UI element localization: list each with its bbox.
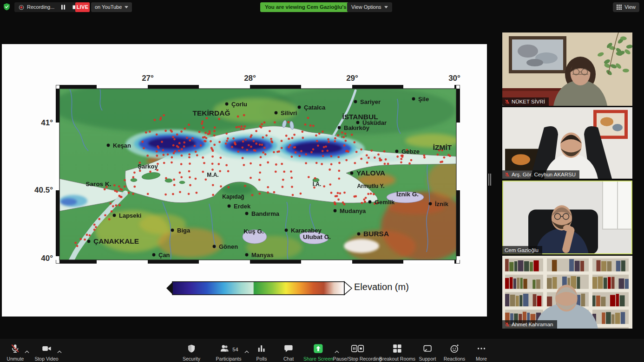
toolbar-button-reactions[interactable]: Reactions xyxy=(444,344,466,362)
map-label-water: Ulubat G. xyxy=(303,233,331,240)
participant-nametag: Ahmet Kahraman xyxy=(502,320,557,329)
map-label-city: Çan xyxy=(158,252,170,259)
map-label-city: Sariyer xyxy=(360,98,381,105)
toolbar-button-more[interactable]: More xyxy=(476,344,487,362)
shield-icon xyxy=(187,343,196,356)
lat-tick-2: 40° xyxy=(23,254,53,263)
map-label-city: Gebze xyxy=(401,148,420,155)
toolbar-button-stop-video[interactable]: Stop Video xyxy=(34,344,58,362)
toolbar-label: Pause/Stop Recording xyxy=(333,356,381,362)
grid-view-icon xyxy=(617,5,622,10)
toolbar-label: Breakout Rooms xyxy=(379,356,415,362)
pause-recording-button[interactable] xyxy=(61,5,66,10)
toolbar-button-share-screen[interactable]: Share Screen xyxy=(303,344,333,362)
caret-down-icon xyxy=(125,6,128,8)
map-label-city: Silivri xyxy=(281,110,297,116)
live-badge: LIVE xyxy=(75,2,90,12)
reactions-icon xyxy=(449,343,460,356)
lat-tick-1: 40.5° xyxy=(23,186,53,195)
participant-tile-1[interactable]: NÜKET SİVRİ xyxy=(502,32,632,106)
map-label-city: Gemlik xyxy=(375,199,395,206)
map-label-city: Şile xyxy=(418,96,429,103)
map-label-region: İ.A. xyxy=(313,181,322,187)
recording-controls-icon xyxy=(350,343,364,356)
map-label-city: Manyas xyxy=(251,252,274,259)
support-icon xyxy=(422,343,433,356)
participant-video xyxy=(502,256,632,329)
toolbar-label: Reactions xyxy=(444,356,466,362)
chevron-up-icon-stop-video[interactable] xyxy=(57,347,62,356)
lon-tick-1: 28° xyxy=(236,74,264,83)
toolbar-label: Chat xyxy=(283,356,294,362)
chat-icon xyxy=(283,343,294,356)
snow-cap xyxy=(344,239,379,253)
participant-video xyxy=(502,32,632,106)
lon-tick-0: 27° xyxy=(134,74,162,83)
map-label-major: İZMİT xyxy=(433,143,452,151)
share-icon xyxy=(313,343,323,356)
map-label-region: Armutlu Y. xyxy=(357,183,384,189)
toolbar-button-pause-stop-recording[interactable]: Pause/Stop Recording xyxy=(333,344,381,362)
participant-name: Arş. Gör. Ceyhun AKARSU xyxy=(512,172,576,177)
map-label-city: Lapseki xyxy=(119,212,141,219)
toolbar-label: Polls xyxy=(256,356,267,362)
view-options-dropdown[interactable]: View Options xyxy=(347,2,392,12)
toolbar-button-security[interactable]: Security xyxy=(183,344,200,362)
muted-mic-icon xyxy=(505,172,510,177)
zoom-meeting-window: Recording... LIVE on YouTube You are vie… xyxy=(0,0,644,362)
lon-tick-2: 29° xyxy=(338,74,366,83)
recording-indicator: Recording... xyxy=(14,2,81,12)
toolbar-label: Security xyxy=(183,356,200,362)
toolbar-label: Share Screen xyxy=(303,356,333,362)
participants-icon xyxy=(219,343,230,356)
map-label-region: M.A. xyxy=(207,172,218,178)
colorbar-right-arrow xyxy=(344,282,352,295)
participants-count-badge: 54 xyxy=(232,347,238,352)
lat-tick-0: 41° xyxy=(23,118,53,128)
encryption-shield-icon[interactable] xyxy=(3,3,11,11)
panel-resize-handle[interactable] xyxy=(488,174,491,186)
colorbar-label: Elevation (m) xyxy=(354,279,409,295)
participant-tile-3[interactable]: Cem Gazioğlu xyxy=(502,181,632,254)
toolbar-label: More xyxy=(476,356,487,362)
map-label-major: YALOVA xyxy=(356,169,385,177)
map-label-city: Bandırma xyxy=(251,210,280,217)
map-label-city: Keşan xyxy=(113,142,131,149)
toolbar-button-polls[interactable]: Polls xyxy=(256,344,267,362)
polls-icon xyxy=(256,343,267,356)
toolbar-button-support[interactable]: Support xyxy=(419,344,436,362)
toolbar-button-breakout-rooms[interactable]: Breakout Rooms xyxy=(379,344,415,362)
map-label-city: Mudanya xyxy=(340,207,366,214)
toolbar-button-chat[interactable]: Chat xyxy=(283,344,294,362)
breakout-icon xyxy=(392,343,402,356)
participant-tile-2[interactable]: Arş. Gör. Ceyhun AKARSU xyxy=(502,107,632,179)
map-terrain: ÇorluÇatalcaSariyerŞileTEKİRDAĞSilivriİS… xyxy=(56,85,460,264)
map-label-city: İznik xyxy=(435,200,449,207)
chevron-up-icon-unmute[interactable] xyxy=(25,347,30,356)
view-layout-button[interactable]: View xyxy=(613,2,639,12)
participant-video xyxy=(502,107,632,179)
chevron-up-icon-participants[interactable] xyxy=(244,347,250,356)
caret-down-icon xyxy=(384,6,388,8)
participant-name: NÜKET SİVRİ xyxy=(512,99,545,104)
marmara-elevation-map: ÇorluÇatalcaSariyerŞileTEKİRDAĞSilivriİS… xyxy=(56,85,460,264)
participant-tile-4[interactable]: Ahmet Kahraman xyxy=(502,256,632,329)
map-label-water: Kuş G. xyxy=(243,228,264,235)
map-label-major: TEKİRDAĞ xyxy=(193,109,230,117)
streaming-platform-dropdown[interactable]: on YouTube xyxy=(91,2,132,12)
toolbar-button-unmute[interactable]: Unmute xyxy=(7,344,24,362)
map-label-water: İznik G. xyxy=(396,191,419,198)
participant-video xyxy=(502,181,632,254)
map-label-city: Gönen xyxy=(219,243,238,250)
map-label-city: Erdek xyxy=(234,203,251,210)
muted-mic-icon xyxy=(505,322,510,327)
map-label-city: Çatalca xyxy=(304,104,326,111)
map-label-city: Çorlu xyxy=(231,101,247,108)
toolbar-button-participants[interactable]: 54Participants xyxy=(216,344,242,362)
participant-nametag: NÜKET SİVRİ xyxy=(502,97,549,106)
view-label: View xyxy=(624,2,636,12)
meeting-toolbar: UnmuteStop VideoSecurity54ParticipantsPo… xyxy=(0,339,644,362)
map-label-city: Bakırköy xyxy=(344,124,370,131)
shield-check-icon xyxy=(3,3,11,11)
participant-name: Cem Gazioğlu xyxy=(505,247,539,253)
